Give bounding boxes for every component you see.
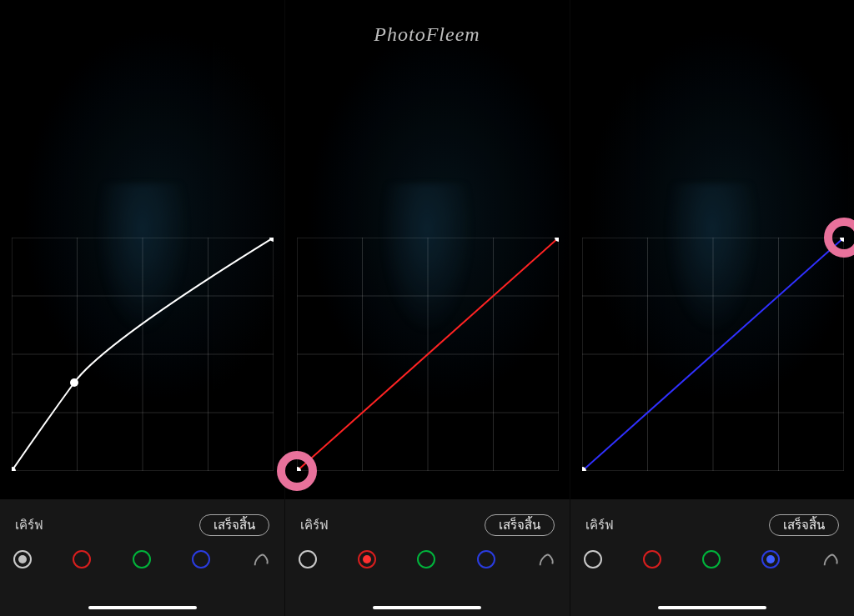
channel-button-blue[interactable] xyxy=(192,550,210,568)
channel-button-green[interactable] xyxy=(702,550,721,568)
reset-curve-icon[interactable] xyxy=(251,549,271,569)
home-indicator xyxy=(373,606,481,609)
curve-label: เคิร์ฟ xyxy=(585,515,614,535)
home-indicator xyxy=(658,606,766,609)
panel-luma: เคิร์ฟ เสร็จสิ้น xyxy=(0,0,284,616)
curve-graph[interactable] xyxy=(297,238,559,471)
channel-button-red[interactable] xyxy=(358,550,376,568)
svg-point-8 xyxy=(70,378,78,387)
channel-button-green[interactable] xyxy=(133,550,151,568)
controls-bar: เคิร์ฟ เสร็จสิ้น xyxy=(0,499,284,616)
channel-button-red[interactable] xyxy=(643,550,661,568)
svg-point-7 xyxy=(12,467,16,471)
svg-point-9 xyxy=(269,238,274,242)
channel-button-luma[interactable] xyxy=(13,550,32,568)
controls-bar: เคิร์ฟ เสร็จสิ้น xyxy=(285,499,569,616)
panel-red: เคิร์ฟ เสร็จสิ้น xyxy=(284,0,569,616)
reset-curve-icon[interactable] xyxy=(821,549,841,569)
curve-label: เคิร์ฟ xyxy=(15,515,43,535)
panel-blue: เคิร์ฟ เสร็จสิ้น xyxy=(570,0,854,616)
channel-button-luma[interactable] xyxy=(299,550,317,568)
done-button[interactable]: เสร็จสิ้น xyxy=(485,514,555,536)
reset-curve-icon[interactable] xyxy=(536,549,556,569)
channel-button-luma[interactable] xyxy=(584,550,602,568)
done-button[interactable]: เสร็จสิ้น xyxy=(769,514,839,536)
controls-bar: เคิร์ฟ เสร็จสิ้น xyxy=(570,499,854,616)
curve-label: เคิร์ฟ xyxy=(300,515,329,535)
done-button[interactable]: เสร็จสิ้น xyxy=(199,514,269,536)
channel-button-green[interactable] xyxy=(417,550,435,568)
panel-row: เคิร์ฟ เสร็จสิ้น xyxy=(0,0,854,616)
curve-graph[interactable] xyxy=(12,238,274,471)
channel-button-blue[interactable] xyxy=(477,550,495,568)
curve-graph[interactable] xyxy=(582,238,844,471)
channel-button-red[interactable] xyxy=(73,550,91,568)
home-indicator xyxy=(88,606,197,609)
channel-button-blue[interactable] xyxy=(761,550,780,568)
